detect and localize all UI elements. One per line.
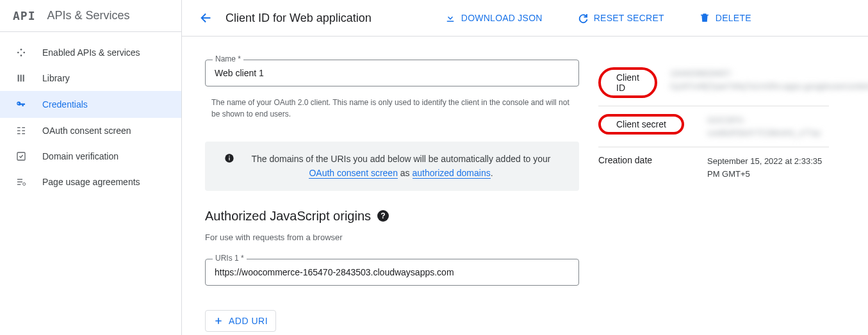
name-input[interactable] — [205, 60, 579, 86]
svg-point-18 — [23, 183, 26, 185]
form-column: Name * The name of your OAuth 2.0 client… — [182, 37, 592, 335]
library-icon — [14, 73, 28, 83]
svg-point-0 — [20, 49, 22, 51]
nav-item-domain-verification[interactable]: Domain verification — [0, 143, 181, 169]
svg-rect-10 — [17, 133, 20, 134]
sidebar-header: API APIs & Services — [0, 0, 181, 32]
api-logo: API — [13, 9, 36, 22]
refresh-icon — [577, 12, 589, 24]
svg-rect-6 — [23, 75, 24, 82]
page-title: Client ID for Web application — [225, 12, 372, 25]
svg-rect-5 — [20, 75, 22, 82]
name-label: Name * — [213, 54, 243, 63]
client-secret-row: Client secret GOCSPX-vve8tzR3k4Y7C08mHrt… — [598, 106, 829, 147]
key-icon — [14, 99, 28, 110]
nav-label: Domain verification — [42, 151, 119, 161]
client-secret-highlight: Client secret — [598, 114, 684, 135]
info-text-mid: as — [398, 168, 413, 178]
oauth-consent-link[interactable]: OAuth consent screen — [309, 168, 398, 179]
uri-input[interactable] — [205, 259, 579, 286]
sidebar: API APIs & Services Enabled APIs & servi… — [0, 0, 182, 335]
add-uri-button[interactable]: ADD URI — [205, 310, 276, 332]
topbar: Client ID for Web application DOWNLOAD J… — [182, 0, 868, 37]
svg-rect-11 — [22, 127, 25, 128]
download-json-button[interactable]: DOWNLOAD JSON — [438, 7, 549, 29]
svg-point-3 — [20, 54, 22, 56]
reset-label: RESET SECRET — [594, 13, 664, 23]
nav-item-page-usage[interactable]: Page usage agreements — [0, 169, 181, 195]
plus-icon — [213, 316, 224, 326]
client-id-highlight: Client ID — [598, 67, 657, 98]
nav-label: Enabled APIs & services — [42, 47, 140, 58]
name-helper: The name of your OAuth 2.0 client. This … — [205, 93, 579, 124]
svg-rect-13 — [22, 133, 25, 134]
details-column: Client ID 1044039829457-l1p3t7o48j7pae7d… — [592, 37, 835, 335]
download-icon — [445, 12, 456, 24]
info-text: The domains of the URIs you add below wi… — [247, 152, 568, 181]
client-id-row: Client ID 1044039829457-l1p3t7o48j7pae7d… — [598, 60, 829, 106]
delete-label: DELETE — [716, 13, 751, 23]
uri-label: URIs 1 * — [213, 254, 247, 263]
svg-point-1 — [17, 52, 19, 54]
uri-field: URIs 1 * — [205, 259, 579, 286]
diamond-icon — [14, 47, 28, 58]
info-text-pre: The domains of the URIs you add below wi… — [252, 154, 551, 164]
nav-label: OAuth consent screen — [42, 126, 131, 136]
domain-info-box: The domains of the URIs you add below wi… — [205, 142, 579, 191]
consent-icon — [14, 126, 28, 136]
js-origins-sub: For use with requests from a browser — [205, 233, 579, 242]
svg-point-2 — [23, 52, 25, 54]
svg-rect-9 — [17, 130, 20, 131]
nav-item-enabled-apis[interactable]: Enabled APIs & services — [0, 40, 181, 65]
nav-label: Library — [42, 73, 70, 83]
add-uri-label: ADD URI — [229, 316, 268, 326]
svg-point-7 — [18, 103, 19, 104]
client-secret-key: Client secret — [598, 114, 694, 139]
authorized-domains-link[interactable]: authorized domains — [413, 168, 491, 179]
back-button[interactable] — [195, 6, 218, 29]
main: Client ID for Web application DOWNLOAD J… — [182, 0, 868, 335]
nav: Enabled APIs & services Library Credenti… — [0, 32, 181, 195]
client-secret-value: GOCSPX-vve8tzR3k4Y7C08mHrt_x77ac — [707, 114, 829, 139]
client-id-value: 1044039829457-l1p3t7o48j7pae7d4q7a1mt3hv… — [670, 67, 868, 98]
creation-date-value: September 15, 2022 at 2:33:35 PM GMT+5 — [707, 155, 829, 180]
svg-rect-12 — [22, 130, 25, 131]
nav-item-credentials[interactable]: Credentials — [0, 91, 181, 118]
svg-rect-21 — [229, 156, 229, 156]
trash-icon — [699, 12, 710, 24]
nav-item-oauth-consent[interactable]: OAuth consent screen — [0, 118, 181, 143]
info-icon — [217, 153, 234, 163]
check-box-icon — [14, 151, 28, 161]
svg-rect-17 — [17, 184, 20, 184]
creation-date-key: Creation date — [598, 155, 694, 180]
nav-label: Credentials — [42, 99, 88, 110]
client-id-key: Client ID — [598, 67, 657, 98]
creation-date-row: Creation date September 15, 2022 at 2:33… — [598, 147, 829, 188]
svg-rect-16 — [17, 181, 22, 182]
sidebar-title: APIs & Services — [47, 9, 130, 22]
svg-rect-15 — [17, 179, 22, 179]
svg-rect-8 — [17, 127, 20, 128]
nav-label: Page usage agreements — [42, 177, 140, 187]
name-field: Name * — [205, 60, 579, 86]
list-gear-icon — [14, 177, 28, 187]
download-label: DOWNLOAD JSON — [461, 13, 543, 23]
svg-rect-14 — [17, 152, 25, 160]
help-icon[interactable]: ? — [377, 210, 389, 222]
js-origins-title: Authorized JavaScript origins — [205, 209, 371, 224]
svg-rect-4 — [18, 75, 19, 82]
js-origins-heading: Authorized JavaScript origins ? — [205, 209, 579, 224]
svg-rect-20 — [229, 158, 229, 161]
reset-secret-button[interactable]: RESET SECRET — [571, 7, 671, 29]
delete-button[interactable]: DELETE — [692, 7, 758, 29]
nav-item-library[interactable]: Library — [0, 65, 181, 91]
